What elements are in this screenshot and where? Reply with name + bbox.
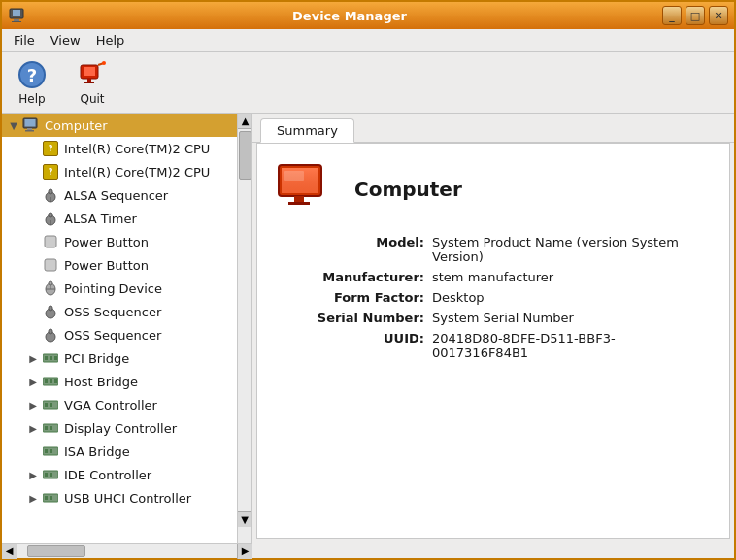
- serial-key: Serial Number:: [296, 311, 432, 325]
- tree-item-ide-ctrl[interactable]: ▶ IDE Controller: [2, 463, 251, 486]
- svg-rect-21: [45, 259, 56, 271]
- summary-title: Computer: [354, 178, 462, 201]
- svg-rect-20: [45, 236, 56, 247]
- uuid-key: UUID:: [296, 331, 432, 346]
- window-title: Device Manager: [37, 9, 662, 23]
- model-key: Model:: [296, 235, 432, 249]
- help-button[interactable]: ? Help: [10, 56, 54, 109]
- tab-summary[interactable]: Summary: [260, 118, 354, 143]
- serial-value: System Serial Number: [432, 311, 574, 325]
- tree-item-power-btn1[interactable]: Power Button: [2, 230, 251, 253]
- summary-row-form: Form Factor: Desktop: [296, 290, 710, 305]
- model-value: System Product Name (version System Vers…: [432, 235, 710, 264]
- maximize-button[interactable]: □: [686, 6, 705, 25]
- expand-host[interactable]: ▶: [25, 374, 41, 389]
- close-button[interactable]: ✕: [709, 6, 728, 25]
- scroll-up-button[interactable]: ▲: [238, 114, 252, 129]
- pointing-icon: [41, 279, 60, 298]
- svg-rect-32: [50, 356, 52, 360]
- tree-item-alsa-seq[interactable]: ALSA Sequencer: [2, 183, 251, 207]
- tree-item-power-btn2[interactable]: Power Button: [2, 253, 251, 277]
- svg-rect-56: [284, 171, 304, 181]
- tree-item-alsa-timer[interactable]: ALSA Timer: [2, 207, 251, 230]
- tree-h-scrollbar[interactable]: ◀ ▶: [2, 543, 252, 558]
- alsa-seq-icon: [41, 185, 60, 205]
- uuid-value: 20418D80-8DFE-D511-BBF3-0017316F84B1: [432, 331, 710, 360]
- expand-arrow-computer[interactable]: ▼: [6, 117, 21, 133]
- isa-bridge-icon: [41, 442, 60, 461]
- tree-item-pci-bridge[interactable]: ▶ PCI Bridge: [2, 346, 251, 370]
- vga-label: VGA Controller: [64, 398, 157, 412]
- expand-pci[interactable]: ▶: [25, 350, 41, 366]
- oss-seq1-label: OSS Sequencer: [64, 305, 161, 319]
- usb-uhci-icon: [41, 488, 60, 508]
- h-scroll-thumb[interactable]: [27, 545, 85, 557]
- tree-item-oss-seq2[interactable]: OSS Sequencer: [2, 323, 251, 346]
- svg-rect-46: [50, 449, 52, 453]
- form-key: Form Factor:: [296, 290, 432, 305]
- tree-item-vga[interactable]: ▶ VGA Controller: [2, 393, 251, 416]
- tree-item-cpu1[interactable]: ? Intel(R) Core(TM)2 CPU: [2, 137, 251, 160]
- app-icon: [8, 7, 25, 24]
- expand-display[interactable]: ▶: [25, 420, 41, 436]
- expand-ide[interactable]: ▶: [25, 467, 41, 482]
- display-ctrl-icon: [41, 418, 60, 438]
- host-bridge-label: Host Bridge: [64, 375, 138, 389]
- svg-rect-57: [294, 196, 304, 202]
- alsa-timer-label: ALSA Timer: [64, 212, 137, 226]
- toolbar: ? Help Quit: [2, 52, 734, 114]
- tree-item-pointing[interactable]: Pointing Device: [2, 277, 251, 300]
- power-btn1-icon: [41, 232, 60, 251]
- tree-item-host-bridge[interactable]: ▶ Host Bridge: [2, 370, 251, 393]
- cpu2-label: Intel(R) Core(TM)2 CPU: [64, 165, 210, 180]
- quit-button[interactable]: Quit: [70, 56, 115, 109]
- host-bridge-icon: [41, 372, 60, 391]
- scroll-down-button[interactable]: ▼: [238, 511, 251, 527]
- oss-seq2-icon: [41, 325, 60, 345]
- expand-vga[interactable]: ▶: [25, 397, 41, 412]
- tree-scrollbar[interactable]: ▲ ▼: [237, 114, 251, 543]
- help-label: Help: [18, 92, 45, 106]
- device-tree[interactable]: ▼ Computer ? Intel(R) Co: [2, 114, 252, 543]
- menu-view[interactable]: View: [43, 31, 88, 49]
- svg-rect-43: [50, 426, 52, 430]
- svg-rect-49: [50, 473, 52, 477]
- h-scroll-right[interactable]: ▶: [237, 544, 252, 559]
- computer-icon: [21, 115, 41, 135]
- expand-usb[interactable]: ▶: [25, 490, 41, 506]
- tab-bar: Summary: [252, 114, 734, 143]
- display-ctrl-label: Display Controller: [64, 421, 177, 436]
- menu-file[interactable]: File: [6, 31, 43, 49]
- cpu1-label: Intel(R) Core(TM)2 CPU: [64, 142, 210, 156]
- svg-rect-7: [84, 82, 94, 83]
- scroll-thumb[interactable]: [239, 131, 251, 180]
- tree-item-display-ctrl[interactable]: ▶ Display Controller: [2, 416, 251, 440]
- tree-item-cpu2[interactable]: ? Intel(R) Core(TM)2 CPU: [2, 160, 251, 183]
- tree-item-usb-uhci[interactable]: ▶ USB UHCI Controller: [2, 486, 251, 510]
- svg-rect-31: [45, 356, 48, 360]
- cpu1-icon: ?: [41, 139, 60, 158]
- tree-item-isa-bridge[interactable]: ISA Bridge: [2, 440, 251, 463]
- alsa-seq-label: ALSA Sequencer: [64, 188, 168, 203]
- h-scroll-left[interactable]: ◀: [2, 544, 17, 559]
- svg-rect-35: [45, 379, 48, 383]
- quit-icon: [77, 59, 108, 90]
- manufacturer-key: Manufacturer:: [296, 270, 432, 284]
- isa-bridge-label: ISA Bridge: [64, 445, 130, 459]
- svg-rect-45: [45, 449, 48, 453]
- tree-item-computer[interactable]: ▼ Computer: [2, 114, 251, 137]
- minimize-button[interactable]: _: [662, 6, 682, 25]
- tree-item-oss-seq1[interactable]: OSS Sequencer: [2, 300, 251, 323]
- svg-rect-29: [49, 329, 52, 334]
- app-window: Device Manager _ □ ✕ File View Help ? He…: [0, 0, 736, 560]
- pci-bridge-label: PCI Bridge: [64, 351, 129, 366]
- menu-help[interactable]: Help: [88, 31, 133, 49]
- svg-rect-2: [14, 19, 19, 21]
- svg-rect-58: [288, 202, 310, 205]
- power-btn2-label: Power Button: [64, 258, 149, 273]
- power-btn2-icon: [41, 255, 60, 275]
- svg-rect-37: [54, 379, 57, 383]
- summary-row-manufacturer: Manufacturer: stem manufacturer: [296, 270, 710, 284]
- svg-rect-1: [13, 10, 20, 16]
- summary-table: Model: System Product Name (version Syst…: [296, 235, 710, 360]
